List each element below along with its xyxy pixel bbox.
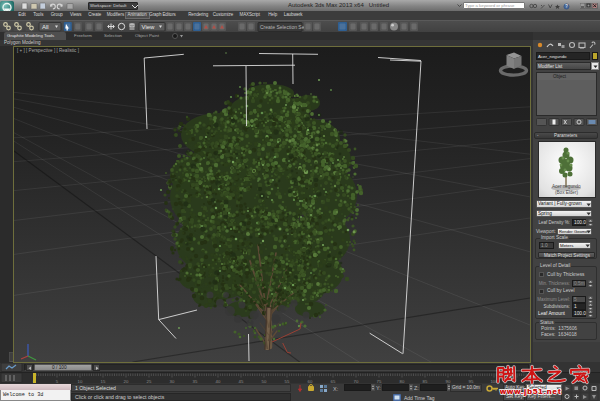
svg-text:50: 50 — [262, 378, 267, 383]
svg-text:www.jb51.net: www.jb51.net — [499, 387, 562, 396]
svg-text:35: 35 — [193, 378, 198, 383]
svg-text:65: 65 — [331, 378, 336, 383]
svg-text:60: 60 — [308, 378, 313, 383]
svg-text:View: View — [142, 24, 156, 30]
svg-text:Create Selection Se: Create Selection Se — [260, 24, 305, 30]
svg-text:Add Time Tag: Add Time Tag — [404, 395, 435, 401]
svg-text:70: 70 — [354, 378, 359, 383]
svg-text:55: 55 — [285, 378, 290, 383]
svg-text:95: 95 — [469, 378, 474, 383]
svg-text:85: 85 — [423, 378, 428, 383]
svg-text:10: 10 — [78, 378, 83, 383]
svg-text:30: 30 — [170, 378, 175, 383]
svg-text:40: 40 — [216, 378, 221, 383]
svg-text:15: 15 — [101, 378, 106, 383]
svg-text:All: All — [42, 24, 49, 30]
svg-text:20: 20 — [124, 378, 129, 383]
svg-text:90: 90 — [446, 378, 451, 383]
svg-text:80: 80 — [400, 378, 405, 383]
svg-text:5: 5 — [56, 378, 59, 383]
svg-text:45: 45 — [239, 378, 244, 383]
svg-text:75: 75 — [377, 378, 382, 383]
svg-text:25: 25 — [147, 378, 152, 383]
svg-text:X:: X: — [333, 386, 339, 392]
